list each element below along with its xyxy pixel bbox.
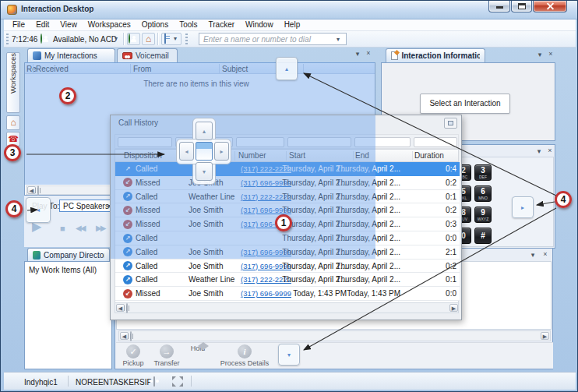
dock-cross-up-button[interactable]: ▴ (196, 122, 213, 140)
call-history-row[interactable]: ↗CalledJoe Smith(317) 696-9999Thursday, … (115, 245, 460, 260)
ch-col-disposition[interactable]: Disposition (124, 151, 162, 160)
tab-my-interactions[interactable]: My Interactions (27, 48, 115, 62)
filter-row (115, 134, 459, 149)
menu-item-workspaces[interactable]: Workspaces (83, 19, 136, 30)
tab-voicemail[interactable]: Voicemail (117, 48, 178, 62)
dock-down-icon: ▾ (203, 168, 206, 175)
column-header-received[interactable]: Received (36, 65, 69, 73)
maximize-button[interactable] (511, 1, 532, 12)
new-document-button[interactable]: ▾ (161, 33, 182, 45)
call-history-row[interactable]: ↗CalledJoe Smith(317) 696-9999Thursday, … (115, 260, 460, 274)
dock-up-icon: ▴ (203, 128, 206, 135)
ch-col-start[interactable]: Start (289, 151, 305, 160)
dock-left-icon: ◂ (37, 207, 40, 214)
pickup-button[interactable]: ✓Pickup (118, 344, 149, 367)
scroll-thumb[interactable] (130, 331, 132, 341)
call-history-row[interactable]: ↗CalledThursday, April 2...Thursday, Apr… (115, 231, 460, 245)
window-position-button[interactable] (444, 118, 457, 129)
duration-cell: 0:3 (419, 217, 456, 231)
column-header-subject[interactable]: Subject (222, 65, 248, 73)
filter-box[interactable] (236, 137, 284, 147)
toolbar-separator (123, 33, 124, 45)
pane-menu-icon[interactable]: ▾ (353, 50, 362, 58)
filter-box[interactable] (354, 137, 411, 147)
column-header-re[interactable]: Re (26, 65, 37, 73)
play-device-combo[interactable]: PC Speakers ▾ (59, 200, 115, 212)
call-history-hscrollbar[interactable]: ◀ ▶ (115, 302, 459, 313)
key-digit: 5 (461, 188, 466, 196)
filter-box[interactable] (287, 137, 351, 147)
sidebar-tab-home[interactable]: ⌂ (6, 115, 20, 130)
menu-item-window[interactable]: Window (240, 19, 279, 30)
rewind-button[interactable]: ◀◀ (76, 224, 84, 232)
scroll-thumb[interactable] (126, 303, 128, 313)
pane-close-icon[interactable]: × (545, 147, 555, 155)
hold-button[interactable]: Hold (185, 344, 211, 352)
dock-cross-left-button[interactable]: ◂ (179, 142, 194, 161)
call-history-row[interactable]: ↙MissedJoe Smith(317) 696-9999Today, 1:4… (115, 287, 460, 301)
call-history-row[interactable]: ↗CalledWeather Line(317) 222-2222Thursda… (115, 190, 460, 204)
tab-company-directory[interactable]: Company Directory (27, 248, 110, 262)
dial-chevron-icon[interactable]: ▾ (337, 36, 340, 43)
menu-item-edit[interactable]: Edit (30, 19, 55, 30)
toolbar-grip (6, 34, 9, 44)
dock-top-button[interactable]: ▴ (276, 57, 298, 80)
presence-dropdown[interactable]: Available, No ACD (38, 33, 124, 45)
dock-cross-center-button[interactable] (196, 142, 213, 161)
work-items-view-label: My Work Items (All) (29, 266, 97, 274)
duration-cell: 0:1 (419, 190, 456, 204)
dock-bottom-button[interactable]: ▾ (278, 344, 300, 366)
stop-button[interactable]: ■ (60, 224, 64, 233)
missed-call-icon: ↙ (123, 289, 132, 298)
sidebar-tab-workspaces[interactable]: Workspaces (6, 52, 20, 113)
menu-item-tracker[interactable]: Tracker (203, 19, 241, 30)
select-interaction-button[interactable]: Select an Interaction (420, 94, 510, 114)
pane-menu-icon[interactable]: ▾ (528, 251, 537, 260)
dock-cross-down-button[interactable]: ▾ (196, 162, 213, 181)
ch-col-end[interactable]: End (355, 151, 369, 160)
dialpad-key-pound[interactable]: # (474, 228, 492, 244)
filter-box[interactable] (414, 137, 457, 147)
scroll-right-icon[interactable]: ▶ (449, 304, 458, 312)
filter-box[interactable] (118, 137, 172, 147)
presence-label: Available, No ACD (53, 35, 117, 44)
dial-input[interactable] (199, 34, 332, 44)
menu-item-view[interactable]: View (55, 19, 83, 30)
dialpad-key-9[interactable]: 9WXYZ (474, 207, 492, 223)
scroll-thumb[interactable] (37, 185, 39, 196)
column-separator (303, 64, 304, 73)
pane-menu-icon[interactable]: ▾ (535, 51, 545, 59)
ch-col-number[interactable]: Number (238, 151, 266, 160)
fast-forward-button[interactable]: ▶▶ (96, 224, 104, 232)
scroll-right-icon[interactable]: ▶ (541, 332, 549, 340)
end-cell: Thursday, April 2... (335, 260, 400, 274)
my-status-button[interactable] (127, 33, 140, 45)
dialpad-key-6[interactable]: 6MNO (474, 185, 492, 202)
pane-close-icon[interactable]: × (546, 50, 555, 58)
dock-right-button[interactable]: ▸ (512, 196, 534, 218)
app-icon (7, 5, 17, 15)
menu-item-file[interactable]: File (7, 19, 30, 30)
queue-hscrollbar[interactable]: ◀ ▶ (118, 330, 551, 341)
close-button[interactable] (533, 1, 567, 12)
menu-item-options[interactable]: Options (136, 19, 174, 30)
call-history-row[interactable]: ↗CalledWeather Line(317) 222-2222Thursda… (115, 273, 460, 287)
dock-cross-right-button[interactable]: ▸ (214, 142, 229, 161)
presence-chevron-icon[interactable]: ▾ (115, 35, 118, 42)
tab-interaction-information[interactable]: Interaction Information (386, 48, 485, 62)
process-details-button[interactable]: iProcess Details (211, 344, 278, 367)
minimize-button[interactable] (488, 1, 510, 12)
dialpad-key-3[interactable]: 3DEF (474, 164, 492, 181)
call-history-row[interactable]: ↗Called(317) 222-2222Thursday, April 2..… (115, 162, 460, 176)
ch-col-duration[interactable]: Duration (414, 151, 444, 160)
column-header-from[interactable]: From (133, 65, 151, 73)
menu-item-tools[interactable]: Tools (174, 19, 203, 30)
pane-close-icon[interactable]: × (541, 250, 550, 259)
transfer-button[interactable]: →Transfer (149, 344, 185, 367)
pane-menu-icon[interactable]: ▾ (534, 147, 544, 156)
dock-left-button[interactable]: ◂ (26, 197, 51, 223)
call-history-row[interactable]: ↙MissedJoe Smith(317) 696-9999Thursday, … (115, 176, 460, 190)
home-button[interactable]: ⌂ (142, 33, 155, 45)
menu-item-help[interactable]: Help (279, 19, 306, 30)
pane-close-icon[interactable]: × (364, 49, 373, 58)
